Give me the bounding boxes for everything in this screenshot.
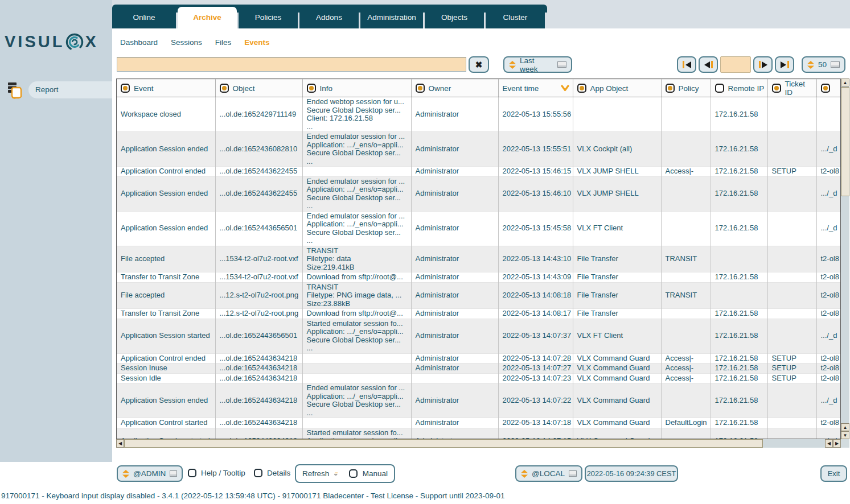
column-header-label: Ticket ID [785,80,814,97]
local-selector[interactable]: @LOCAL [515,465,582,482]
column-filter-icon[interactable] [121,84,130,93]
clear-search-button[interactable]: ✖ [469,56,489,73]
tab-archive[interactable]: Archive [178,7,237,28]
scroll-up-icon[interactable]: ▲ [841,423,849,431]
tab-administration[interactable]: Administration [360,7,423,28]
logo-text-right: X [85,32,98,51]
dropdown-arrows-icon [509,61,516,69]
vertical-scrollbar-thumb[interactable] [841,87,849,196]
column-header-app-object[interactable]: App Object [573,80,661,97]
subtab-events[interactable]: Events [244,38,269,47]
column-checkbox-icon[interactable] [715,84,724,93]
cell-ticket-id [767,211,816,246]
table-row[interactable]: Transfer to Transit Zone...1534-t2-ol7u2… [117,272,840,283]
tab-policies[interactable]: Policies [239,7,298,28]
help-tooltip-checkbox[interactable] [188,469,196,477]
column-filter-icon[interactable] [220,84,229,93]
first-page-button[interactable] [677,56,696,73]
tab-online[interactable]: Online [112,7,176,28]
column-filter-icon[interactable] [772,84,781,93]
table-row[interactable]: Workspace closed...ol.de:1652429711149En… [117,97,840,132]
cell-remote-ip: 172.16.21.58 [711,272,767,283]
cell-remote-ip: 172.16.21.58 [711,132,767,167]
cell-extra: t2-ol8 [816,246,840,272]
column-filter-icon[interactable] [666,84,675,93]
subtab-dashboard[interactable]: Dashboard [120,38,158,47]
column-header-remote-ip[interactable]: Remote IP [711,80,767,97]
horizontal-scrollbar[interactable]: ◀ ◀ ▶ [116,439,841,448]
tab-objects[interactable]: Objects [425,7,484,28]
details-toggle[interactable]: Details [254,469,290,477]
sidebar-item-report[interactable]: Report [7,81,112,99]
table-row[interactable]: Session Idle...ol.de:16524436342182022-0… [117,373,840,383]
subtab-files[interactable]: Files [215,38,232,47]
column-header-policy[interactable]: Policy [661,80,711,97]
column-header-event-time[interactable]: Event time [498,80,573,97]
column-filter-icon[interactable] [577,84,586,93]
table-row[interactable]: Application Session ended...ol.de:165243… [117,132,840,167]
cell-event-time: 2022-05-13 15:46:10 [498,176,573,211]
scroll-left-icon[interactable]: ◀ [116,439,124,448]
datetime-button[interactable]: 2022-05-16 09:24:39 CEST [585,465,678,482]
column-header-extra[interactable] [816,80,840,97]
column-filter-icon[interactable] [821,84,830,93]
table-row[interactable]: Application Session ended...ol.de:165244… [117,176,840,211]
table-row[interactable]: Application Control ended...ol.de:165244… [117,353,840,363]
cell-extra: t2-ol8 [816,282,840,309]
prev-page-button[interactable] [699,56,718,73]
table-row[interactable]: Application Control started...ol.de:1652… [117,418,840,428]
cell-event-time: 2022-05-13 15:55:51 [498,132,573,167]
vertical-scrollbar[interactable]: ▲ ▲ ▼ [841,79,849,439]
column-header-object[interactable]: Object [215,80,302,97]
cell-event-time: 2022-05-13 14:07:27 [498,363,573,374]
column-filter-icon[interactable] [307,84,316,93]
page-number-input[interactable] [720,56,751,73]
table-row[interactable]: Transfer to Transit Zone...12.s-t2-ol7u2… [117,309,840,319]
last-page-button[interactable] [775,56,794,73]
manual-checkbox[interactable] [349,469,358,478]
column-filter-icon[interactable] [416,84,425,93]
cell-event-time: 2022-05-13 14:07:28 [498,353,573,363]
next-page-button[interactable] [753,56,773,73]
cell-owner: Administrator [411,319,498,353]
tab-cluster[interactable]: Cluster [486,7,545,28]
cell-extra: .../_d [816,211,840,246]
admin-selector[interactable]: @ADMIN [117,465,183,482]
table-row[interactable]: Application Session ended...ol.de:165244… [117,383,840,418]
cell-remote-ip: 172.16.21.58 [711,383,767,418]
period-selector[interactable]: Last week [503,56,572,73]
refresh-label[interactable]: Refresh [302,469,329,478]
cell-info: Ended emulator session for ... Applicati… [302,132,411,167]
scroll-up-icon[interactable]: ▲ [841,79,849,86]
column-header-ticket-id[interactable]: Ticket ID [767,80,816,97]
exit-button[interactable]: Exit [820,465,847,482]
table-row[interactable]: File accepted...1534-t2-ol7u2-root.vxfTR… [117,246,840,272]
table-row[interactable]: Application Session ended...ol.de:165244… [117,211,840,246]
column-header-event[interactable]: Event [117,80,215,97]
cell-app-object: VLX FT Client [573,319,661,353]
scroll-down-icon[interactable]: ▼ [841,431,849,439]
subtab-sessions[interactable]: Sessions [171,38,202,47]
cell-event-time: 2022-05-13 14:07:23 [498,373,573,383]
cell-app-object: VLX Cockpit (all) [573,132,661,167]
table-row[interactable]: File accepted...12.s-t2-ol7u2-root.pngTR… [117,282,840,309]
tab-addons[interactable]: Addons [299,7,359,28]
help-tooltip-toggle[interactable]: Help / Tooltip [188,469,245,477]
horizontal-scrollbar-thumb[interactable] [124,439,763,448]
search-input[interactable] [117,57,466,72]
cell-policy [661,319,711,353]
cell-remote-ip: 172.16.21.58 [711,319,767,353]
table-row[interactable]: Application Session started...ol.de:1652… [117,428,840,439]
column-header-owner[interactable]: Owner [411,80,498,97]
column-header-info[interactable]: Info [302,80,411,97]
details-checkbox[interactable] [254,469,262,477]
refresh-icon[interactable] [334,468,338,480]
scroll-right-icon[interactable]: ▶ [833,439,841,448]
table-row[interactable]: Application Session started...ol.de:1652… [117,319,840,353]
table-row[interactable]: Application Control ended...ol.de:165244… [117,167,840,177]
scroll-left-icon[interactable]: ◀ [825,439,833,448]
table-row[interactable]: Session Inuse...ol.de:1652443634218Admin… [117,363,840,374]
dropdown-arrows-icon [521,470,528,478]
page-size-selector[interactable]: 50 [802,56,845,73]
cell-remote-ip [711,246,767,272]
